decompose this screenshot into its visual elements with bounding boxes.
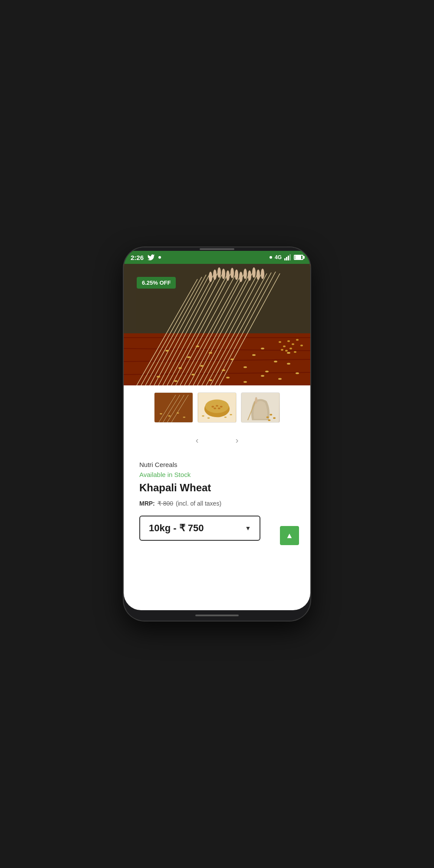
svg-point-36 (226, 270, 230, 281)
product-info: Nutri Cereals Available in Stock Khapali… (124, 454, 310, 551)
notch-bar (124, 247, 310, 251)
svg-point-102 (270, 414, 272, 416)
svg-point-60 (261, 375, 264, 377)
scroll-top-button[interactable]: ▲ (280, 526, 299, 545)
svg-point-43 (256, 270, 260, 280)
svg-point-57 (157, 376, 160, 378)
battery-icon (294, 255, 303, 260)
svg-point-41 (248, 270, 251, 281)
next-arrow[interactable]: › (230, 433, 244, 447)
svg-point-103 (273, 417, 276, 419)
svg-point-65 (278, 378, 282, 380)
svg-point-61 (296, 372, 299, 374)
discount-badge: 6.25% OFF (137, 277, 176, 289)
svg-point-72 (292, 343, 294, 345)
svg-point-32 (209, 272, 212, 282)
phone-frame: 2:26 4G (124, 247, 310, 621)
svg-point-106 (255, 397, 257, 404)
svg-point-67 (261, 348, 264, 349)
tax-note: (incl. of all taxes) (176, 500, 221, 507)
svg-rect-2 (288, 256, 289, 260)
svg-point-39 (239, 272, 243, 282)
svg-point-58 (191, 374, 195, 375)
svg-point-86 (177, 412, 179, 414)
twitter-icon (147, 253, 155, 261)
svg-point-104 (268, 419, 270, 421)
thumbnail-1[interactable] (154, 392, 193, 423)
thumbnail-2[interactable] (197, 392, 237, 423)
thumbnails-row (124, 385, 310, 430)
svg-point-77 (289, 348, 292, 349)
svg-point-47 (209, 352, 212, 354)
svg-point-54 (243, 366, 247, 368)
svg-point-78 (294, 351, 296, 353)
status-left: 2:26 (131, 253, 161, 261)
svg-point-70 (283, 345, 286, 347)
svg-point-95 (218, 408, 220, 409)
svg-point-71 (287, 340, 290, 342)
svg-point-48 (230, 358, 234, 360)
svg-point-35 (222, 269, 225, 279)
svg-point-44 (261, 269, 264, 279)
svg-point-46 (187, 356, 191, 358)
signal-dot (270, 256, 272, 259)
stock-status: Available in Stock (139, 471, 295, 478)
svg-point-98 (224, 417, 227, 418)
status-right: 4G (270, 254, 303, 260)
svg-rect-3 (289, 254, 291, 260)
svg-point-74 (300, 345, 303, 346)
svg-point-76 (285, 350, 288, 352)
svg-point-101 (266, 416, 269, 418)
svg-point-59 (226, 377, 230, 378)
notch-pill (200, 248, 234, 250)
svg-point-99 (230, 414, 232, 415)
svg-point-34 (217, 267, 221, 278)
price-selector-text: 10kg - ₹ 750 (149, 523, 204, 534)
home-indicator-bar (195, 615, 239, 616)
svg-point-62 (174, 380, 178, 382)
svg-point-69 (279, 341, 281, 343)
svg-point-52 (200, 365, 204, 367)
mrp-line: MRP: ₹ 800 (incl. of all taxes) (139, 500, 295, 507)
svg-point-87 (183, 417, 185, 418)
svg-point-50 (274, 361, 277, 362)
svg-point-56 (287, 363, 290, 365)
svg-point-93 (220, 406, 223, 408)
svg-point-37 (230, 268, 234, 278)
product-name: Khapali Wheat (139, 482, 295, 494)
status-time: 2:26 (131, 254, 144, 261)
brand-name: Nutri Cereals (139, 461, 295, 468)
scroll-top-icon: ▲ (286, 531, 293, 540)
screen-content[interactable]: 6.25% OFF (124, 264, 310, 610)
mrp-label: MRP: (139, 500, 155, 507)
svg-point-45 (165, 350, 169, 352)
svg-point-63 (209, 379, 212, 381)
svg-point-73 (296, 339, 299, 341)
svg-point-91 (211, 406, 214, 408)
prev-arrow[interactable]: ‹ (190, 433, 204, 447)
svg-point-66 (196, 345, 199, 347)
svg-point-38 (235, 270, 238, 280)
product-main-image: 6.25% OFF (124, 264, 310, 385)
signal-icon (284, 254, 291, 260)
mrp-value: ₹ 800 (158, 500, 173, 507)
svg-point-51 (178, 367, 182, 369)
svg-point-53 (222, 369, 225, 371)
notification-dot (158, 256, 161, 259)
svg-point-68 (287, 352, 290, 354)
svg-point-64 (243, 381, 247, 383)
price-selector[interactable]: 10kg - ₹ 750 ▼ (139, 516, 260, 541)
nav-arrows: ‹ › (124, 430, 310, 454)
svg-point-85 (168, 415, 171, 417)
svg-rect-0 (284, 258, 286, 260)
svg-point-94 (214, 408, 216, 409)
svg-point-49 (252, 354, 256, 356)
status-bar: 2:26 4G (124, 251, 310, 264)
bottom-spacer (124, 551, 310, 569)
thumbnail-3[interactable] (241, 392, 280, 423)
dropdown-arrow-icon: ▼ (245, 525, 251, 532)
svg-point-55 (265, 371, 269, 372)
svg-point-84 (160, 413, 162, 414)
svg-point-75 (281, 349, 283, 351)
home-indicator (124, 610, 310, 621)
